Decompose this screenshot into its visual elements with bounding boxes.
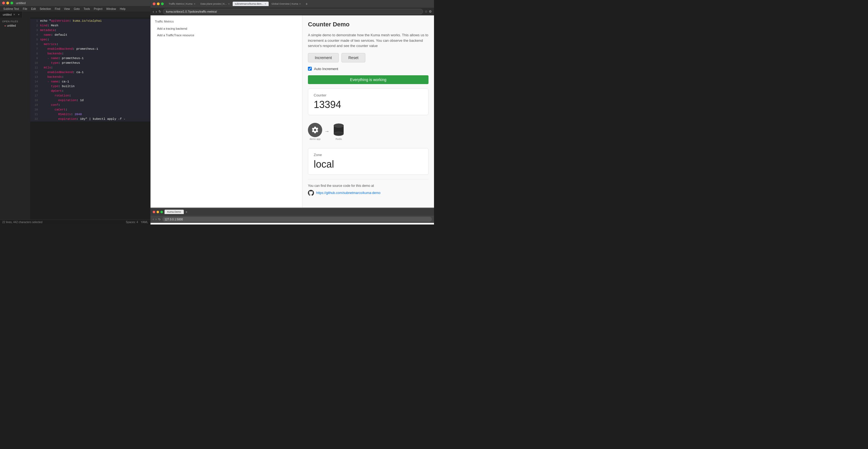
new-tab-icon[interactable]: + — [304, 2, 309, 6]
code-line-21: 21 RSAbits: 2048 — [30, 112, 150, 117]
menu-edit[interactable]: Edit — [29, 7, 37, 11]
browser1-close-icon[interactable] — [153, 2, 155, 5]
code-content[interactable]: kind: Mesh — [40, 23, 58, 28]
code-line-2: 2kind: Mesh — [30, 23, 150, 28]
close-icon[interactable] — [2, 2, 5, 4]
code-content[interactable]: RSAbits: 2048 — [40, 112, 82, 117]
browser1-traffic-lights — [153, 2, 164, 5]
arrow-icon: → — [324, 129, 329, 134]
tab-subnetmarco[interactable]: subnetmarco/kuma-dem... ✕ — [232, 2, 269, 6]
code-content[interactable]: conf: — [40, 103, 60, 107]
line-number: 19 — [31, 103, 38, 108]
code-content[interactable]: type: builtin — [40, 84, 74, 88]
maximize-icon[interactable] — [10, 2, 13, 4]
nav-item-traffictrace[interactable]: Add a TrafficTrace resource — [155, 32, 298, 38]
reset-button[interactable]: Reset — [341, 53, 365, 62]
line-number: 4 — [31, 33, 38, 37]
reload-icon[interactable]: ↻ — [158, 10, 161, 13]
counter-demo-panel: Counter Demo A simple demo to demonstrat… — [302, 16, 434, 207]
line-number: 9 — [31, 56, 38, 61]
line-number: 20 — [31, 108, 38, 112]
code-content[interactable]: mtls: — [40, 65, 53, 70]
browser2-back-icon[interactable]: ‹ — [153, 217, 154, 221]
tab-global-overview[interactable]: Global Overview | Kuma ✕ — [269, 2, 303, 6]
code-editor[interactable]: 1echo "apiVersion: kuma.io/v1alpha12kind… — [30, 18, 150, 219]
menu-view[interactable]: View — [62, 7, 72, 11]
menu-help[interactable]: Help — [118, 7, 127, 11]
code-content[interactable]: dpCert: — [40, 89, 64, 93]
code-content[interactable]: backends: — [40, 51, 64, 56]
statusbar-lines: 22 lines, 442 characters selected — [2, 221, 42, 224]
redis-icon — [332, 123, 346, 137]
code-content[interactable]: name: default — [40, 33, 67, 37]
auto-increment-label: Auto Increment — [314, 67, 338, 71]
code-content[interactable]: enabledBackend: ca-1 — [40, 70, 84, 74]
extensions-icon[interactable]: ⚙ — [429, 10, 432, 13]
browser2-forward-icon[interactable]: › — [155, 217, 157, 221]
menu-window[interactable]: Window — [105, 7, 118, 11]
tab-data-plane[interactable]: Data plane proxies | K... ✕ — [198, 2, 232, 6]
tab-dropdown-icon[interactable]: ▾ — [18, 13, 20, 16]
code-content[interactable]: rotation: — [40, 93, 71, 98]
counter-demo-title: Counter Demo — [308, 21, 429, 28]
code-content[interactable]: echo "apiVersion: kuma.io/v1alpha1 — [40, 19, 102, 23]
increment-button[interactable]: Increment — [308, 53, 339, 62]
menu-selection[interactable]: Selection — [38, 7, 53, 11]
browser1-minimize-icon[interactable] — [157, 2, 160, 5]
menu-project[interactable]: Project — [92, 7, 104, 11]
tab-global-close-icon[interactable]: ✕ — [299, 3, 301, 5]
browser2-minimize-icon[interactable] — [157, 211, 159, 213]
sublime-menu-bar: Sublime Text File Edit Selection Find Vi… — [0, 6, 150, 11]
nav-item-tracing[interactable]: Add a tracing backend — [155, 25, 298, 32]
code-content[interactable]: caCert: — [40, 108, 67, 112]
menu-file[interactable]: File — [21, 7, 29, 11]
forward-icon[interactable]: › — [156, 9, 157, 14]
back-icon[interactable]: ‹ — [153, 9, 154, 14]
sublime-app-title: untitled — [16, 1, 26, 5]
code-content[interactable]: expiration: 1d — [40, 98, 84, 102]
code-content[interactable]: spec: — [40, 37, 49, 42]
counter-description: A simple demo to demonstrate how the Kum… — [308, 32, 429, 49]
browser2-new-tab-icon[interactable]: + — [185, 210, 188, 214]
code-content[interactable]: enabledBackend: prometheus-1 — [40, 47, 98, 51]
menu-tools[interactable]: Tools — [82, 7, 91, 11]
github-link[interactable]: https://github.com/subnetmarco/kuma-demo — [308, 190, 429, 196]
code-content[interactable]: - name: ca-1 — [40, 80, 69, 84]
code-content[interactable]: backends: — [40, 75, 64, 79]
code-line-10: 10 type: prometheus — [30, 61, 150, 65]
browser2-tab-kuma-demo[interactable]: Kuma Demo — [164, 210, 184, 214]
github-icon — [308, 190, 314, 196]
url-input-1[interactable]: kuma.io/docs/1.0.7/policies/traffic-metr… — [163, 9, 423, 14]
code-line-19: 19 conf: — [30, 103, 150, 108]
browser2-reload-icon[interactable]: ↻ — [158, 218, 161, 221]
code-content[interactable]: type: prometheus — [40, 61, 80, 65]
browser2-url-input[interactable]: 127.0.0.1:5000 — [162, 217, 432, 222]
tab-traffic-metrics[interactable]: Traffic Metrics | Kuma ✕ — [166, 2, 198, 6]
browser2-maximize-icon[interactable] — [160, 211, 163, 213]
code-line-4: 4 name: default — [30, 33, 150, 37]
menu-goto[interactable]: Goto — [72, 7, 82, 11]
auto-increment-checkbox[interactable] — [308, 67, 312, 71]
browser1-maximize-icon[interactable] — [161, 2, 164, 5]
line-number: 16 — [31, 89, 38, 93]
github-url[interactable]: https://github.com/subnetmarco/kuma-demo — [316, 191, 380, 195]
code-content[interactable]: expiration: 10y" | kubectl apply -f - — [40, 117, 125, 121]
code-content[interactable]: metrics: — [40, 42, 58, 47]
tab-close-icon[interactable]: ✕ — [13, 13, 16, 16]
browser1-toolbar-icons: ☆ ⚙ — [425, 10, 432, 13]
menu-sublime-text[interactable]: Sublime Text — [2, 7, 21, 11]
bookmark-icon[interactable]: ☆ — [425, 10, 428, 13]
line-number: 11 — [31, 66, 38, 70]
menu-find[interactable]: Find — [53, 7, 62, 11]
redis-icon-group: Redis — [332, 123, 346, 141]
sublime-tab-untitled[interactable]: untitled ✕ ▾ — [0, 11, 23, 18]
code-content[interactable]: metadata: — [40, 28, 56, 32]
minimize-icon[interactable] — [6, 2, 9, 4]
sidebar-item-untitled[interactable]: ● untitled — [0, 24, 30, 28]
tab-data-close-icon[interactable]: ✕ — [228, 3, 230, 5]
browser2-close-icon[interactable] — [153, 211, 155, 213]
tab-traffic-close-icon[interactable]: ✕ — [194, 3, 195, 5]
tab-subnetmarco-close-icon[interactable]: ✕ — [265, 3, 267, 5]
code-content[interactable]: - name: prometheus-1 — [40, 56, 84, 60]
code-line-5: 5spec: — [30, 37, 150, 42]
